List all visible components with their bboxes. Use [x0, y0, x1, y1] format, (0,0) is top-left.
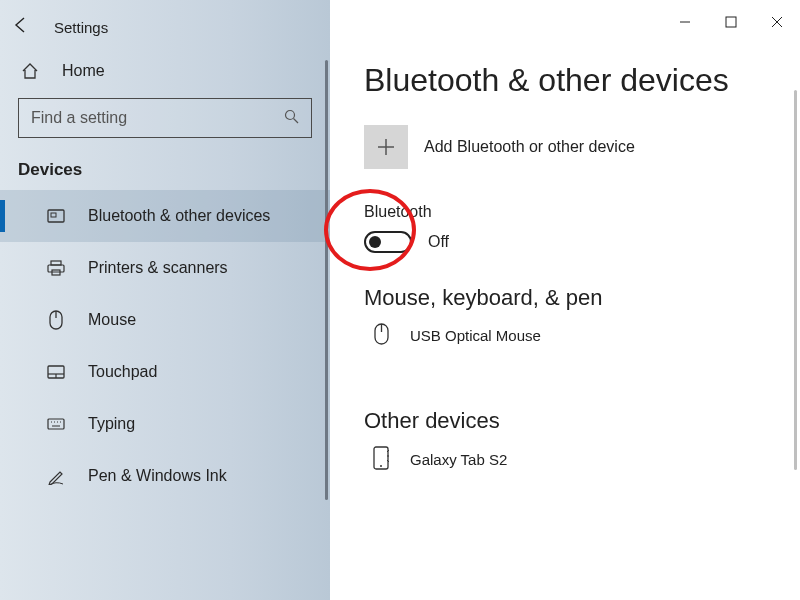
section-heading-other-devices: Other devices	[330, 408, 800, 434]
search-box[interactable]	[18, 98, 312, 138]
svg-rect-3	[51, 213, 56, 217]
search-input[interactable]	[31, 109, 284, 127]
maximize-button[interactable]	[708, 6, 754, 38]
titlebar: Settings	[0, 6, 330, 48]
toggle-knob	[369, 236, 381, 248]
minimize-button[interactable]	[662, 6, 708, 38]
svg-rect-12	[48, 419, 64, 429]
device-galaxy-tab-s2[interactable]: Galaxy Tab S2	[330, 446, 800, 473]
touchpad-icon	[44, 365, 68, 379]
sidebar-item-pen-ink[interactable]: Pen & Windows Ink	[0, 450, 330, 502]
bluetooth-toggle[interactable]	[364, 231, 412, 253]
svg-rect-19	[726, 17, 736, 27]
svg-rect-5	[48, 265, 64, 272]
home-label: Home	[62, 62, 105, 80]
home-icon	[18, 62, 42, 80]
app-title: Settings	[54, 19, 108, 36]
sidebar-item-label: Pen & Windows Ink	[88, 467, 227, 485]
add-device-button[interactable]: Add Bluetooth or other device	[330, 125, 800, 169]
sidebar-item-touchpad[interactable]: Touchpad	[0, 346, 330, 398]
bluetooth-section: Bluetooth Off	[330, 203, 800, 253]
device-usb-optical-mouse[interactable]: USB Optical Mouse	[330, 323, 800, 348]
content-scrollbar[interactable]	[794, 90, 797, 470]
sidebar-item-label: Mouse	[88, 311, 136, 329]
mouse-icon	[370, 323, 392, 348]
window-controls	[662, 6, 800, 38]
plus-icon	[364, 125, 408, 169]
annotation-circle	[324, 189, 416, 271]
add-device-label: Add Bluetooth or other device	[424, 138, 635, 156]
device-rect-icon	[44, 209, 68, 223]
svg-point-27	[380, 465, 382, 467]
pen-icon	[44, 467, 68, 485]
back-icon[interactable]	[12, 16, 30, 39]
device-name: Galaxy Tab S2	[410, 451, 507, 468]
sidebar-item-typing[interactable]: Typing	[0, 398, 330, 450]
mouse-icon	[44, 310, 68, 330]
section-heading-mouse-keyboard-pen: Mouse, keyboard, & pen	[330, 285, 800, 311]
bluetooth-label: Bluetooth	[364, 203, 800, 221]
svg-rect-4	[51, 261, 61, 265]
device-name: USB Optical Mouse	[410, 327, 541, 344]
svg-point-0	[286, 111, 295, 120]
section-heading: Devices	[0, 160, 330, 190]
keyboard-icon	[44, 418, 68, 430]
search-icon	[284, 109, 299, 127]
sidebar-item-printers[interactable]: Printers & scanners	[0, 242, 330, 294]
sidebar-item-label: Typing	[88, 415, 135, 433]
content-pane: Bluetooth & other devices Add Bluetooth …	[330, 0, 800, 600]
settings-sidebar: Settings Home Devices Bluetooth & other …	[0, 0, 330, 600]
sidebar-scrollbar[interactable]	[325, 60, 328, 500]
tablet-icon	[370, 446, 392, 473]
svg-line-1	[294, 119, 299, 124]
sidebar-item-label: Printers & scanners	[88, 259, 228, 277]
bluetooth-toggle-row: Off	[364, 231, 800, 253]
sidebar-item-label: Touchpad	[88, 363, 157, 381]
home-nav[interactable]: Home	[0, 48, 330, 98]
bluetooth-state: Off	[428, 233, 449, 251]
sidebar-item-label: Bluetooth & other devices	[88, 207, 270, 225]
sidebar-item-mouse[interactable]: Mouse	[0, 294, 330, 346]
close-button[interactable]	[754, 6, 800, 38]
printer-icon	[44, 260, 68, 276]
sidebar-item-bluetooth-devices[interactable]: Bluetooth & other devices	[0, 190, 330, 242]
